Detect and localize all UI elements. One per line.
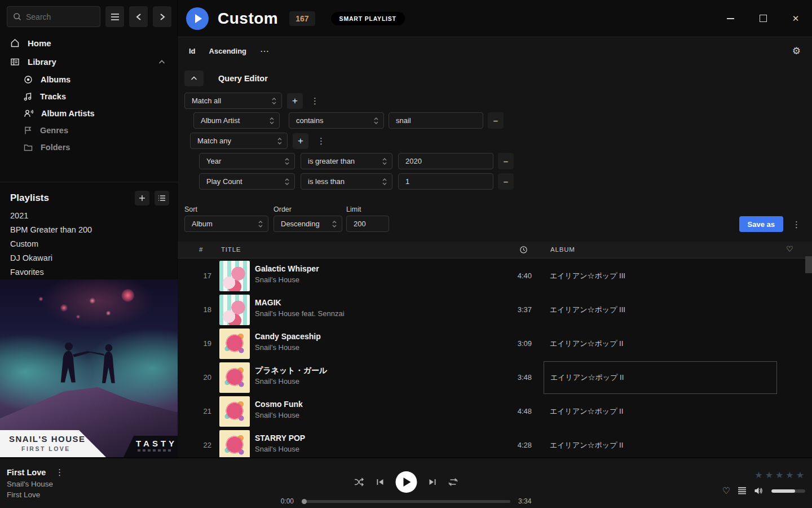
remove-rule-button[interactable] [498,153,514,169]
gear-icon[interactable] [792,45,801,57]
sidebar-item-home[interactable]: Home [0,34,178,52]
limit-input[interactable] [346,216,389,232]
nav-back-button[interactable] [129,6,148,27]
track-album-cell[interactable]: エイリアン☆ポップ III [544,294,777,326]
queue-icon[interactable] [738,487,747,495]
favorite-column-heart-icon[interactable] [786,244,793,253]
add-rule-button[interactable] [287,93,303,109]
next-track-button[interactable] [429,478,437,486]
volume-slider[interactable] [771,489,805,493]
sidebar-item-library[interactable]: Library [0,52,178,71]
sort-order-button[interactable]: Ascending [209,47,246,55]
track-artist: Snail's House [255,411,299,419]
star-icon[interactable]: ★ [796,470,804,480]
playlist-item[interactable]: BPM Greater than 200 [10,223,168,237]
previous-track-button[interactable] [376,478,385,486]
close-button[interactable] [787,10,804,27]
maximize-button[interactable] [754,10,771,27]
playlist-item[interactable]: Favorites [10,265,168,279]
playlist-item[interactable]: DJ Okawari [10,251,168,265]
star-icon[interactable]: ★ [754,470,762,480]
track-index: 20 [193,373,211,382]
collapse-query-editor-button[interactable] [184,71,204,86]
save-options-icon[interactable] [790,220,803,230]
sort-field-button[interactable]: Id [189,47,196,55]
now-playing-options-icon[interactable] [53,467,66,478]
remove-rule-button[interactable] [488,112,504,129]
sidebar-library-item[interactable]: Genres [0,122,178,139]
rule-operator-select[interactable]: contains [289,112,384,129]
favorite-heart-icon[interactable] [722,485,730,496]
chevron-up-icon[interactable] [158,60,165,64]
column-album[interactable]: ALBUM [550,246,575,253]
order-select[interactable]: Descending [273,216,342,232]
rule-value-input[interactable] [389,112,483,129]
track-album-cell[interactable]: エイリアン☆ポップ II [544,429,777,457]
rule-field-select[interactable]: Year [199,153,295,169]
now-playing-album[interactable]: First Love [7,491,66,499]
track-album-cell[interactable]: エイリアン☆ポップ III [544,260,777,292]
now-playing-album-art[interactable]: SNAIL'S HOUSE FIRST LOVE TASTY [0,279,178,457]
sub-match-type-select[interactable]: Match any [190,133,288,149]
rule-operator-select[interactable]: is greater than [301,153,392,169]
sub-group-options-icon[interactable] [315,136,328,146]
track-row[interactable]: 22 STARRY POP Snail's House 4:28 エイリアン☆ポ… [178,428,812,457]
remove-rule-button[interactable] [498,173,514,190]
minimize-button[interactable] [722,10,739,27]
playlist-item[interactable]: 2021 [10,209,168,223]
repeat-button[interactable] [448,478,458,487]
now-playing-artist[interactable]: Snail's House [7,480,66,488]
duration-clock-icon[interactable] [519,246,528,254]
rule-field-select[interactable]: Play Count [199,173,295,190]
seek-thumb[interactable] [302,499,307,504]
sidebar-library-item[interactable]: Albums [0,71,178,88]
search-icon [13,12,21,21]
playlist-list-button[interactable] [155,191,169,205]
track-album-cell[interactable]: エイリアン☆ポップ II [544,361,777,394]
track-album-cell[interactable]: エイリアン☆ポップ II [544,327,777,360]
sidebar-library-item[interactable]: Folders [0,139,178,156]
scrollbar-thumb[interactable] [805,256,812,273]
rule-value-input[interactable] [398,153,493,169]
star-icon[interactable]: ★ [765,470,773,480]
track-row[interactable]: 18 MAGIK Snail's House feat. Sennzai 3:3… [178,293,812,327]
menu-button[interactable] [105,6,124,27]
seek-bar[interactable] [302,500,510,503]
add-sub-rule-button[interactable] [293,133,308,149]
add-playlist-button[interactable] [135,191,149,205]
track-row[interactable]: 17 Galactic Whisper Snail's House 4:40 エ… [178,259,812,293]
sidebar-library-item[interactable]: Album Artists [0,105,178,122]
track-title: MAGIK [255,298,281,307]
rule-value-input[interactable] [398,173,493,190]
play-button[interactable] [396,471,417,493]
nav-forward-button[interactable] [153,6,171,27]
playlist-item[interactable]: Custom [10,237,168,251]
sidebar: Home Library [0,0,178,457]
column-title[interactable]: TITLE [221,246,241,253]
rating-stars: ★★★★★ [754,470,804,480]
play-playlist-button[interactable] [186,7,209,30]
track-index: 17 [193,271,211,280]
sort-select[interactable]: Album [184,216,268,232]
track-row[interactable]: 21 Cosmo Funk Snail's House 4:48 エイリアン☆ポ… [178,395,812,428]
star-icon[interactable]: ★ [785,470,793,480]
group-options-icon[interactable] [308,96,321,106]
volume-icon[interactable] [754,487,764,495]
sidebar-library-item[interactable]: Tracks [0,88,178,105]
rule-field-select[interactable]: Album Artist [193,112,280,129]
library-submenu: Albums Tracks Album Artists Genr [0,71,178,156]
track-row[interactable]: 19 Candy Spaceship Snail's House 3:09 エイ… [178,327,812,361]
match-type-select[interactable]: Match all [184,93,282,109]
track-album-cell[interactable]: エイリアン☆ポップ II [544,395,777,428]
more-options-icon[interactable] [260,46,270,56]
track-artist: Snail's House feat. Sennzai [255,309,345,318]
track-cover-art [219,396,250,427]
now-playing-title[interactable]: First Love [7,468,46,477]
column-index[interactable]: # [199,246,203,253]
track-row[interactable]: 20 プラネット・ガール Snail's House 3:48 エイリアン☆ポッ… [178,361,812,395]
save-as-button[interactable]: Save as [739,216,783,232]
rule-operator-select[interactable]: is less than [301,173,392,190]
star-icon[interactable]: ★ [775,470,783,480]
search-input[interactable] [26,12,88,21]
shuffle-button[interactable] [354,478,365,487]
